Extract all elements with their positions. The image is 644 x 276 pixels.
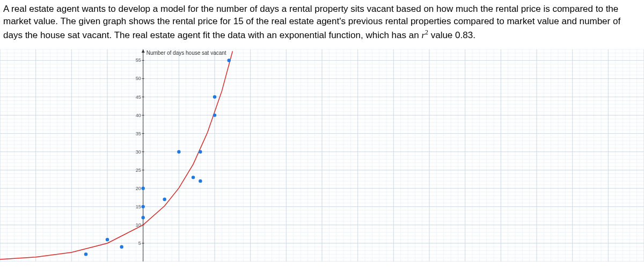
r-symbol: r — [421, 30, 425, 40]
data-point — [141, 205, 144, 208]
data-point — [177, 150, 180, 154]
data-point — [84, 253, 87, 256]
data-point — [141, 216, 144, 220]
y-tick-label: 45 — [136, 95, 141, 100]
y-tick-label: 55 — [136, 58, 141, 63]
data-point — [106, 238, 109, 241]
problem-text-before: A real estate agent wants to develop a m… — [3, 4, 620, 40]
data-point — [199, 150, 202, 154]
data-point — [199, 179, 202, 183]
y-tick-label: 50 — [136, 76, 141, 82]
y-tick-label: 35 — [136, 131, 141, 136]
data-point — [120, 245, 123, 249]
data-point — [141, 187, 144, 190]
y-tick-label: 30 — [136, 149, 141, 155]
data-point — [192, 176, 195, 179]
y-tick-label: 5 — [138, 241, 141, 246]
problem-text-after: value 0.83. — [428, 30, 475, 40]
chart-title: Number of days house sat vacant — [147, 50, 226, 56]
data-point — [227, 59, 230, 62]
y-tick-label: 15 — [136, 204, 141, 209]
data-point — [163, 198, 166, 201]
data-point — [213, 114, 216, 117]
y-tick-label: 20 — [136, 186, 141, 191]
chart-container: 510152025303540455055Number of days hous… — [0, 47, 644, 262]
y-tick-label: 25 — [136, 168, 141, 173]
problem-statement: A real estate agent wants to develop a m… — [0, 0, 644, 47]
scatter-chart: 510152025303540455055Number of days hous… — [0, 47, 644, 262]
y-tick-label: 40 — [136, 113, 141, 118]
data-point — [213, 96, 216, 99]
